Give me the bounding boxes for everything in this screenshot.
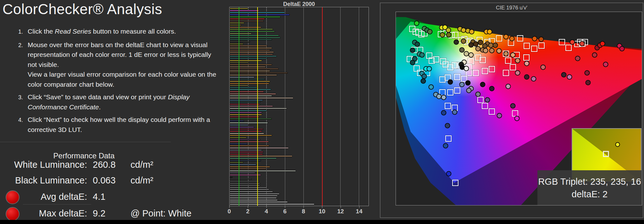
deltae-bar[interactable] <box>230 187 267 188</box>
deltae-bar[interactable] <box>230 189 269 190</box>
deltae-bar[interactable] <box>230 178 252 180</box>
deltae-bar[interactable] <box>230 199 278 201</box>
deltae-bar[interactable] <box>230 81 270 82</box>
deltae-bar[interactable] <box>230 164 256 165</box>
measured-point <box>482 43 488 49</box>
deltae-bar[interactable] <box>230 33 252 34</box>
deltae-bar[interactable] <box>230 35 279 36</box>
deltae-bar[interactable] <box>230 25 242 26</box>
deltae-bar[interactable] <box>230 116 259 117</box>
deltae-bar[interactable] <box>230 201 288 203</box>
deltae-bar[interactable] <box>230 64 272 65</box>
instruction-item-3: 3.Click “Save” to save data and view or … <box>18 92 216 112</box>
cie-y-tick <box>396 167 396 167</box>
deltae-bar[interactable] <box>230 139 260 140</box>
deltae-bar[interactable] <box>230 22 244 24</box>
deltae-bar[interactable] <box>230 54 273 55</box>
deltae-bar[interactable] <box>230 91 264 92</box>
deltae-bar[interactable] <box>230 50 270 51</box>
deltae-bar[interactable] <box>230 58 267 59</box>
instruction-item-2: 2.Mouse over the error bars on the delta… <box>18 40 216 90</box>
deltae-bar[interactable] <box>230 77 254 78</box>
deltae-bar[interactable] <box>230 118 272 119</box>
deltae-bar[interactable] <box>230 158 277 159</box>
deltae-bar[interactable] <box>230 20 264 22</box>
deltae-bar[interactable] <box>230 160 261 161</box>
deltae-bar[interactable] <box>230 72 288 74</box>
deltae-bar[interactable] <box>230 83 269 84</box>
deltae-bar[interactable] <box>230 101 260 103</box>
deltae-bar[interactable] <box>230 122 268 123</box>
deltae-bar[interactable] <box>230 66 266 68</box>
deltae-bar[interactable] <box>230 191 273 192</box>
deltae-bar[interactable] <box>230 106 273 107</box>
measured-point <box>469 52 474 57</box>
deltae-bar[interactable] <box>230 89 271 90</box>
deltae-bar[interactable] <box>230 37 280 38</box>
deltae-bar[interactable] <box>230 110 267 111</box>
deltae-bar[interactable] <box>230 87 257 88</box>
instruction-text: Mouse over the error bars on the deltaE … <box>28 40 216 90</box>
deltae-bar[interactable] <box>230 193 280 194</box>
measured-point <box>575 56 580 61</box>
target-square <box>482 68 488 74</box>
deltae-bar[interactable] <box>230 93 276 95</box>
target-square <box>454 87 460 94</box>
deltae-bar[interactable] <box>230 197 277 199</box>
target-square <box>473 70 479 76</box>
deltae-bar[interactable] <box>230 137 247 138</box>
deltae-bar[interactable] <box>230 162 243 163</box>
deltae-bar[interactable] <box>230 18 265 19</box>
deltae-bar[interactable] <box>230 174 261 176</box>
deltae-bar[interactable] <box>230 151 263 153</box>
axis-tick-label: 6 <box>283 208 287 215</box>
deltae-bar[interactable] <box>230 147 289 149</box>
deltae-bar[interactable] <box>230 104 260 105</box>
deltae-bar[interactable] <box>230 195 278 196</box>
deltae-bar[interactable] <box>230 135 272 136</box>
deltae-bar[interactable] <box>230 127 254 128</box>
cie-x-tick <box>419 205 419 205</box>
target-square <box>517 35 523 41</box>
deltae-bar[interactable] <box>230 95 272 96</box>
deltae-bar[interactable] <box>230 29 273 30</box>
cie-y-tick <box>396 109 396 109</box>
deltae-bar[interactable] <box>230 52 274 53</box>
deltae-bar[interactable] <box>230 45 267 46</box>
deltae-bar[interactable] <box>230 143 247 145</box>
deltae-bar[interactable] <box>230 145 269 146</box>
deltae-bar[interactable] <box>230 47 272 49</box>
deltae-bar[interactable] <box>230 68 279 69</box>
deltae-bar[interactable] <box>230 204 314 205</box>
deltae-bar[interactable] <box>230 172 255 173</box>
cie-y-tick <box>396 70 396 70</box>
measured-point <box>414 20 419 26</box>
deltae-bar[interactable] <box>230 181 259 182</box>
deltae-bar[interactable] <box>230 166 270 167</box>
deltae-bar[interactable] <box>230 56 277 57</box>
deltae-bar[interactable] <box>230 39 272 40</box>
deltae-bar[interactable] <box>230 141 269 142</box>
deltae-bar[interactable] <box>230 183 260 184</box>
deltae-bar[interactable] <box>230 27 261 28</box>
deltae-bar[interactable] <box>230 120 244 122</box>
deltae-bar[interactable] <box>230 168 266 169</box>
deltae-bar[interactable] <box>230 177 232 178</box>
deltae-bar[interactable] <box>230 16 280 18</box>
deltae-bar[interactable] <box>230 170 296 172</box>
deltae-bar[interactable] <box>230 70 270 72</box>
deltae-bar[interactable] <box>230 108 287 109</box>
deltae-bar[interactable] <box>230 31 275 32</box>
deltae-bar[interactable] <box>230 128 263 130</box>
deltae-bar[interactable] <box>230 79 265 80</box>
deltae-bar[interactable] <box>230 43 243 45</box>
measured-point <box>443 143 448 148</box>
target-square <box>489 66 495 72</box>
deltae-bar[interactable] <box>230 74 277 76</box>
deltae-bar[interactable] <box>230 185 260 186</box>
deltae-bar[interactable] <box>230 41 250 42</box>
deltae-bar[interactable] <box>230 10 259 11</box>
performance-row: Avg deltaE:4.1 <box>0 192 230 204</box>
deltae-bar[interactable] <box>230 133 264 134</box>
target-square <box>468 58 474 64</box>
